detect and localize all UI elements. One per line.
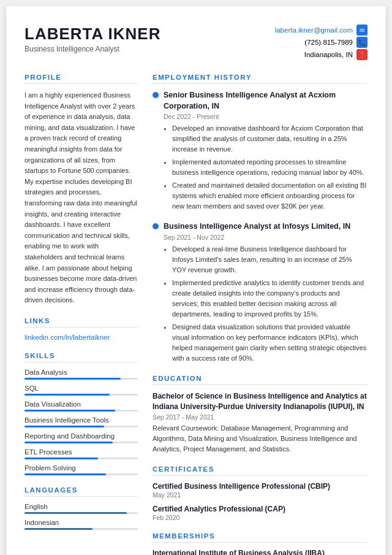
skill-bar-bg <box>24 442 138 443</box>
skill-bar-fill <box>24 473 106 475</box>
skill-item: Business Intelligence Tools <box>24 416 138 427</box>
links-section-title: LINKS <box>24 317 138 327</box>
skill-name: Data Visualization <box>24 400 138 408</box>
cert-name: Certified Business Intelligence Professi… <box>153 482 368 491</box>
job-dot <box>153 223 159 229</box>
location-text: Indianapolis, IN <box>304 51 353 58</box>
phone-text: (725) 815-7989 <box>304 39 353 46</box>
skill-item: ETL Processes <box>24 448 138 459</box>
education-block: Bachelor of Science in Business Intellig… <box>153 391 368 454</box>
job-bullet: Implemented automated reporting processe… <box>172 157 368 178</box>
job-header: Business Intelligence Analyst at Infosys… <box>153 221 368 232</box>
phone-icon: 📞 <box>356 37 368 48</box>
jobs-list: Senior Business Intelligence Analyst at … <box>153 90 368 364</box>
skill-bar-fill <box>24 410 115 411</box>
skill-bar-fill <box>24 378 121 380</box>
skill-bar-bg <box>24 457 138 459</box>
certificate-block: Certified Business Intelligence Professi… <box>153 482 368 499</box>
profile-section-title: PROFILE <box>24 74 138 84</box>
skill-bar-bg <box>24 394 138 396</box>
languages-list: English Indonesian <box>24 503 138 530</box>
memberships-section-title: MEMBERSHIPS <box>153 532 368 543</box>
language-item: Indonesian <box>24 519 138 530</box>
candidate-name: LABERTA IKNER <box>24 25 160 44</box>
job-date: Sep 2021 - Nov 2022 <box>164 234 368 241</box>
job-bullets: Developed a real-time Business Intellige… <box>164 244 368 364</box>
skills-section-title: SKILLS <box>24 352 138 362</box>
job-bullet: Created and maintained detailed document… <box>172 180 368 212</box>
language-bar-bg <box>24 512 138 514</box>
skill-item: Problem Solving <box>24 464 138 475</box>
language-bar-fill <box>24 512 127 514</box>
languages-section-title: LANGUAGES <box>24 486 138 497</box>
job-bullet: Developed an innovative dashboard for Ac… <box>172 123 368 155</box>
skill-bar-bg <box>24 426 138 427</box>
edu-description: Relevant Coursework: Database Management… <box>153 423 368 454</box>
skill-item: Data Analysis <box>24 369 138 380</box>
skill-item: Reporting and Dashboarding <box>24 432 138 443</box>
skill-bar-fill <box>24 442 113 443</box>
membership-item: International Institute of Business Anal… <box>153 549 368 555</box>
education-list: Bachelor of Science in Business Intellig… <box>153 391 368 454</box>
skill-bar-fill <box>24 426 104 427</box>
language-bar-bg <box>24 528 138 530</box>
skill-bar-fill <box>24 394 110 396</box>
skill-bar-bg <box>24 378 138 380</box>
skill-name: Problem Solving <box>24 464 138 472</box>
certificates-list: Certified Business Intelligence Professi… <box>153 482 368 521</box>
job-bullets: Developed an innovative dashboard for Ac… <box>164 123 368 212</box>
skills-list: Data Analysis SQL Data Visualization Bus… <box>24 369 138 475</box>
language-bar-fill <box>24 528 92 530</box>
skill-name: ETL Processes <box>24 448 138 456</box>
job-title: Senior Business Intelligence Analyst at … <box>164 90 368 112</box>
skill-bar-bg <box>24 410 138 411</box>
contact-phone-row: (725) 815-7989 📞 <box>304 37 368 48</box>
job-bullet: Implemented predictive analytics to iden… <box>172 278 368 320</box>
skill-item: Data Visualization <box>24 400 138 411</box>
job-block: Senior Business Intelligence Analyst at … <box>153 90 368 212</box>
contact-location-row: Indianapolis, IN 📍 <box>304 49 368 60</box>
right-column: EMPLOYMENT HISTORY Senior Business Intel… <box>153 74 368 555</box>
language-name: English <box>24 503 138 510</box>
contact-email-row: laberta.ikner@gmail.com ✉ <box>275 25 368 36</box>
location-icon: 📍 <box>356 49 368 60</box>
skill-name: Business Intelligence Tools <box>24 416 138 424</box>
header-left: LABERTA IKNER Business Intelligence Anal… <box>24 25 160 53</box>
edu-date: Sep 2017 - May 2021 <box>153 413 368 421</box>
candidate-title: Business Intelligence Analyst <box>24 45 160 53</box>
certificate-block: Certified Analytics Professional (CAP) F… <box>153 505 368 521</box>
language-name: Indonesian <box>24 519 138 526</box>
job-block: Business Intelligence Analyst at Infosys… <box>153 221 368 364</box>
job-date: Dec 2022 - Present <box>164 113 368 120</box>
employment-section-title: EMPLOYMENT HISTORY <box>153 74 368 84</box>
skill-bar-fill <box>24 457 98 459</box>
edu-degree: Bachelor of Science in Business Intellig… <box>153 391 368 412</box>
cert-date: May 2021 <box>153 491 368 499</box>
profile-text: I am a highly experienced Business Intel… <box>24 90 138 306</box>
skill-name: Reporting and Dashboarding <box>24 432 138 440</box>
job-bullet: Developed a real-time Business Intellige… <box>172 244 368 275</box>
linkedin-link[interactable]: linkedin.com/in/labertaikner <box>24 334 138 341</box>
job-bullet: Designed data visualization solutions th… <box>172 322 368 364</box>
cert-name: Certified Analytics Professional (CAP) <box>153 505 368 513</box>
header: LABERTA IKNER Business Intelligence Anal… <box>24 25 368 60</box>
skill-name: Data Analysis <box>24 369 138 376</box>
email-icon: ✉ <box>356 25 368 36</box>
language-item: English <box>24 503 138 514</box>
skill-item: SQL <box>24 385 138 396</box>
job-dot <box>153 92 159 98</box>
body: PROFILE I am a highly experienced Busine… <box>24 74 368 555</box>
resume-container: LABERTA IKNER Business Intelligence Anal… <box>6 6 386 555</box>
skill-name: SQL <box>24 385 138 392</box>
header-right: laberta.ikner@gmail.com ✉ (725) 815-7989… <box>275 25 368 60</box>
job-title: Business Intelligence Analyst at Infosys… <box>164 221 350 232</box>
left-column: PROFILE I am a highly experienced Busine… <box>24 74 138 555</box>
job-header: Senior Business Intelligence Analyst at … <box>153 90 368 112</box>
memberships-list: International Institute of Business Anal… <box>153 549 368 555</box>
certificates-section-title: CERTIFICATES <box>153 465 368 476</box>
education-section-title: EDUCATION <box>153 375 368 385</box>
cert-date: Feb 2020 <box>153 514 368 521</box>
skill-bar-bg <box>24 473 138 475</box>
email-link[interactable]: laberta.ikner@gmail.com <box>275 26 353 34</box>
